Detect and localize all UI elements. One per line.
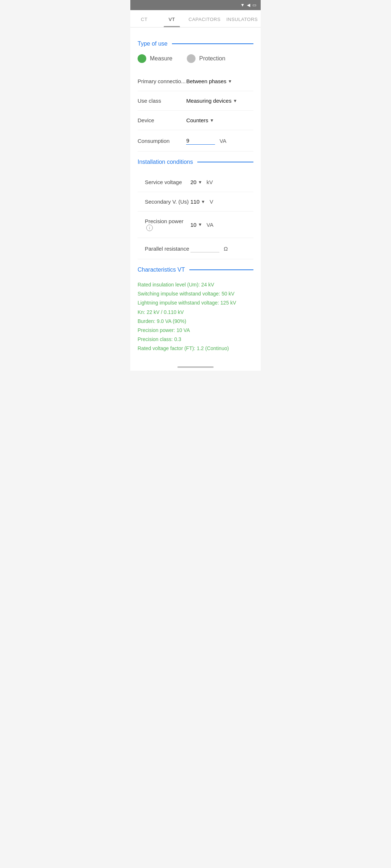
type-of-use-line: [172, 43, 253, 44]
bottom-bar: [177, 366, 214, 368]
installation-conditions-line: [197, 162, 253, 162]
precision-power-value: 10: [190, 222, 197, 228]
char-line-3: Kn: 22 kV / 0.110 kV: [138, 308, 253, 317]
secondary-voltage-row: Secondary V. (Us) 110 ▼ V: [138, 192, 253, 212]
service-voltage-row: Service voltage 20 ▼ kV: [138, 173, 253, 192]
char-line-6: Precision class: 0.3: [138, 335, 253, 344]
precision-power-dropdown[interactable]: 10 ▼: [190, 222, 202, 228]
secondary-voltage-value: 110: [190, 199, 199, 205]
wifi-icon: ▼: [240, 3, 245, 8]
consumption-row: Consumption VA: [138, 130, 253, 152]
service-voltage-value: 20: [190, 179, 197, 185]
consumption-label: Consumption: [138, 138, 186, 144]
secondary-voltage-dropdown[interactable]: 110 ▼: [190, 199, 205, 205]
char-line-1: Switching impulse withstand voltage: 50 …: [138, 289, 253, 298]
radio-group: Measure Protection: [138, 54, 253, 63]
service-voltage-control: 20 ▼ kV: [190, 179, 253, 185]
tab-bar: CT VT CAPACITORS INSULATORS: [130, 10, 261, 27]
parallel-resistance-row: Parallel resistance Ω: [138, 238, 253, 259]
char-line-2: Lightning impulse withstand voltage: 125…: [138, 298, 253, 307]
service-voltage-unit: kV: [207, 179, 213, 185]
device-row: Device Counters ▼: [138, 111, 253, 130]
char-line-0: Rated insulation level (Um): 24 kV: [138, 280, 253, 289]
parallel-resistance-input[interactable]: [190, 244, 219, 252]
secondary-voltage-label: Secondary V. (Us): [145, 199, 190, 205]
measure-label: Measure: [150, 55, 172, 62]
primary-connection-control: Between phases ▼: [186, 78, 253, 84]
precision-power-label: Precision power i: [145, 218, 190, 231]
characteristics-line: [189, 269, 253, 270]
char-line-4: Burden: 9.0 VA (90%): [138, 317, 253, 326]
installation-conditions-title: Installation conditions: [138, 159, 193, 165]
tab-insulators[interactable]: INSULATORS: [223, 10, 261, 27]
service-voltage-dropdown[interactable]: 20 ▼: [190, 179, 202, 185]
precision-power-info-icon[interactable]: i: [146, 225, 153, 231]
precision-power-row: Precision power i 10 ▼ VA: [138, 212, 253, 238]
characteristics-content: Rated insulation level (Um): 24 kV Switc…: [138, 280, 253, 353]
consumption-control: VA: [186, 137, 253, 145]
char-line-7: Rated voltage factor (FT): 1.2 (Continuo…: [138, 344, 253, 353]
primary-connection-dropdown[interactable]: Between phases ▼: [186, 78, 232, 84]
primary-connection-value: Between phases: [186, 78, 226, 84]
secondary-voltage-arrow: ▼: [201, 199, 205, 204]
protection-label: Protection: [199, 55, 225, 62]
tab-vt[interactable]: VT: [158, 10, 185, 27]
measure-radio[interactable]: [138, 54, 146, 63]
secondary-voltage-control: 110 ▼ V: [190, 199, 253, 205]
device-value: Counters: [186, 117, 208, 123]
char-line-5: Precision power: 10 VA: [138, 326, 253, 335]
tab-capacitors[interactable]: CAPACITORS: [186, 10, 223, 27]
primary-connection-arrow: ▼: [228, 79, 232, 84]
signal-icon: ◀: [247, 3, 250, 8]
use-class-dropdown[interactable]: Measuring devices ▼: [186, 98, 237, 104]
use-class-control: Measuring devices ▼: [186, 98, 253, 104]
primary-connection-row: Primary connectio... Between phases ▼: [138, 72, 253, 91]
device-label: Device: [138, 117, 186, 123]
use-class-arrow: ▼: [233, 98, 237, 103]
battery-icon: ▭: [252, 3, 256, 8]
status-bar: ▼ ◀ ▭: [130, 0, 261, 10]
service-voltage-arrow: ▼: [198, 180, 202, 185]
parallel-resistance-label: Parallel resistance: [145, 246, 190, 252]
installation-conditions-header: Installation conditions: [138, 159, 253, 165]
consumption-unit: VA: [219, 138, 226, 144]
device-dropdown[interactable]: Counters ▼: [186, 117, 214, 123]
characteristics-header: Characteristics VT: [138, 267, 253, 273]
use-class-value: Measuring devices: [186, 98, 231, 104]
device-arrow: ▼: [210, 118, 214, 123]
measure-option[interactable]: Measure: [138, 54, 172, 63]
characteristics-title: Characteristics VT: [138, 267, 185, 273]
secondary-voltage-unit: V: [210, 199, 213, 205]
tab-ct[interactable]: CT: [130, 10, 158, 27]
bottom-indicator: [130, 361, 261, 371]
device-control: Counters ▼: [186, 117, 253, 123]
parallel-resistance-unit: Ω: [224, 246, 228, 252]
precision-power-arrow: ▼: [198, 222, 202, 227]
main-content: Type of use Measure Protection Primary c…: [130, 27, 261, 361]
use-class-row: Use class Measuring devices ▼: [138, 91, 253, 111]
consumption-input[interactable]: [186, 137, 215, 145]
precision-power-unit: VA: [207, 222, 214, 228]
protection-radio[interactable]: [187, 54, 196, 63]
protection-option[interactable]: Protection: [187, 54, 225, 63]
type-of-use-title: Type of use: [138, 41, 168, 47]
use-class-label: Use class: [138, 98, 186, 104]
precision-power-control: 10 ▼ VA: [190, 222, 253, 228]
service-voltage-label: Service voltage: [145, 179, 190, 185]
parallel-resistance-control: Ω: [190, 244, 253, 252]
primary-connection-label: Primary connectio...: [138, 78, 186, 84]
type-of-use-header: Type of use: [138, 41, 253, 47]
